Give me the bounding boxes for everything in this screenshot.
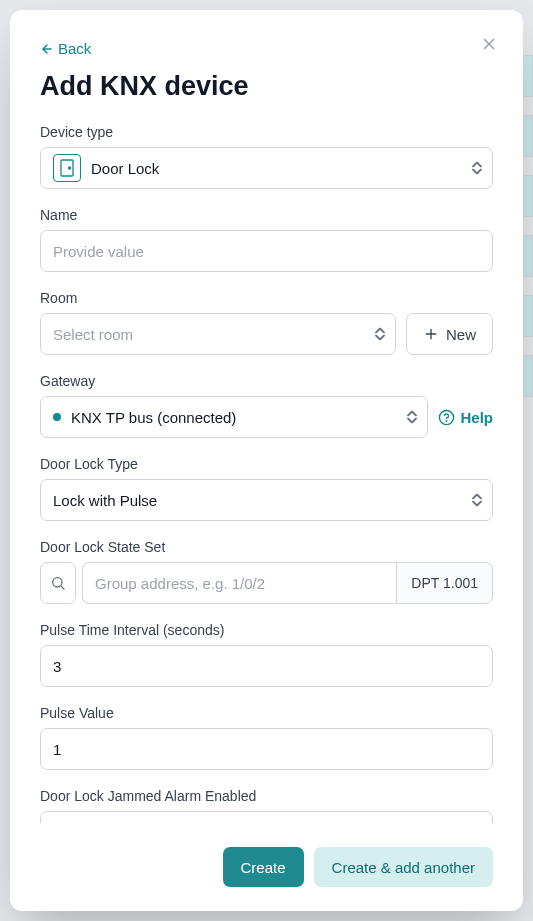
svg-point-4 — [53, 578, 62, 587]
help-link[interactable]: Help — [438, 409, 493, 426]
room-placeholder: Select room — [53, 326, 133, 343]
help-label: Help — [460, 409, 493, 426]
door-lock-type-label: Door Lock Type — [40, 456, 493, 472]
state-set-label: Door Lock State Set — [40, 539, 493, 555]
search-address-button[interactable] — [40, 562, 76, 604]
device-type-group: Device type Door Lock — [40, 124, 493, 189]
gateway-select[interactable]: KNX TP bus (connected) — [40, 396, 428, 438]
modal-footer: Create Create & add another — [40, 835, 493, 887]
pulse-interval-label: Pulse Time Interval (seconds) — [40, 622, 493, 638]
close-icon — [480, 35, 498, 53]
create-button[interactable]: Create — [223, 847, 304, 887]
pulse-interval-group: Pulse Time Interval (seconds) — [40, 622, 493, 687]
pulse-value-group: Pulse Value — [40, 705, 493, 770]
name-label: Name — [40, 207, 493, 223]
dpt-suffix: DPT 1.001 — [396, 562, 493, 604]
create-add-another-button[interactable]: Create & add another — [314, 847, 493, 887]
svg-point-1 — [69, 167, 71, 169]
add-device-modal: Back Add KNX device Device type Door Loc… — [10, 10, 523, 911]
modal-title: Add KNX device — [40, 71, 493, 102]
state-set-group: Door Lock State Set DPT 1.001 — [40, 539, 493, 604]
door-lock-type-value: Lock with Pulse — [53, 492, 157, 509]
help-icon — [438, 409, 455, 426]
back-label: Back — [58, 40, 91, 57]
door-lock-type-select[interactable]: Lock with Pulse — [40, 479, 493, 521]
device-type-label: Device type — [40, 124, 493, 140]
door-lock-type-group: Door Lock Type Lock with Pulse — [40, 456, 493, 521]
search-icon — [50, 575, 66, 591]
room-label: Room — [40, 290, 493, 306]
svg-rect-0 — [61, 160, 73, 176]
arrow-left-icon — [40, 42, 54, 56]
chevrons-icon — [375, 328, 385, 341]
door-lock-icon — [53, 154, 81, 182]
pulse-interval-input[interactable] — [40, 645, 493, 687]
back-link[interactable]: Back — [40, 40, 493, 57]
pulse-value-input[interactable] — [40, 728, 493, 770]
jammed-alarm-group: Door Lock Jammed Alarm Enabled Disabled — [40, 788, 493, 823]
chevrons-icon — [407, 411, 417, 424]
room-group: Room Select room New — [40, 290, 493, 355]
pulse-value-label: Pulse Value — [40, 705, 493, 721]
gateway-value: KNX TP bus (connected) — [71, 409, 236, 426]
jammed-alarm-label: Door Lock Jammed Alarm Enabled — [40, 788, 493, 804]
new-room-label: New — [446, 326, 476, 343]
plus-icon — [423, 326, 439, 342]
chevrons-icon — [472, 494, 482, 507]
gateway-label: Gateway — [40, 373, 493, 389]
state-set-input[interactable] — [82, 562, 396, 604]
new-room-button[interactable]: New — [406, 313, 493, 355]
name-input[interactable] — [40, 230, 493, 272]
gateway-group: Gateway KNX TP bus (connected) Help — [40, 373, 493, 438]
device-type-value: Door Lock — [91, 160, 159, 177]
device-type-select[interactable]: Door Lock — [40, 147, 493, 189]
status-dot-icon — [53, 413, 61, 421]
room-select[interactable]: Select room — [40, 313, 396, 355]
svg-point-3 — [447, 420, 448, 421]
chevrons-icon — [472, 162, 482, 175]
form-body: Device type Door Lock Name Room Select r… — [40, 124, 493, 823]
jammed-alarm-select[interactable]: Disabled — [40, 811, 493, 823]
close-button[interactable] — [477, 32, 501, 56]
name-group: Name — [40, 207, 493, 272]
